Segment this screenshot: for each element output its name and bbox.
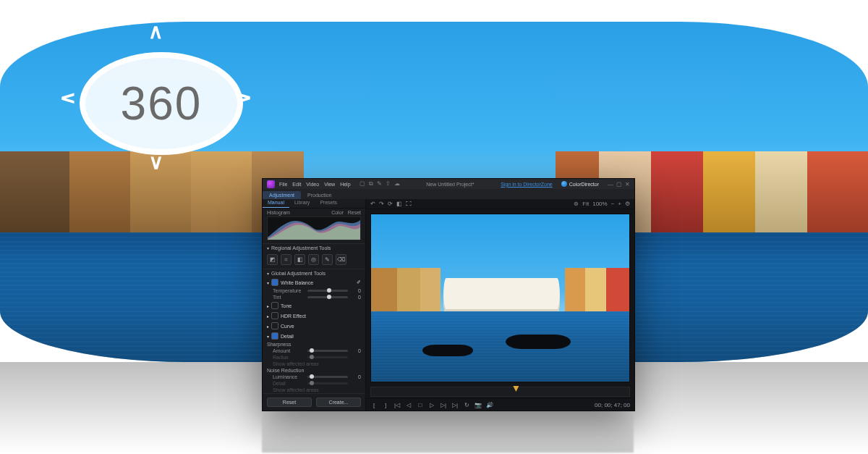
zoom-100[interactable]: 100% — [592, 201, 607, 207]
value-luminance: 0 — [351, 374, 361, 379]
left-tab-manual[interactable]: Manual — [263, 199, 289, 208]
caret-down-icon: ▾ — [267, 271, 269, 276]
caret-right-icon: ▸ — [267, 324, 269, 329]
checkbox-icon[interactable] — [271, 279, 278, 286]
reset-button[interactable]: Reset — [267, 398, 312, 407]
label-show-affected2: Show affected areas — [273, 387, 319, 392]
zoom-in-icon[interactable]: + — [618, 201, 621, 207]
preview-toolbar: ↶ ↷ ⟳ ◧ ⛶ ⊚ Fit 100% − + ⚙ — [366, 199, 634, 209]
badge-360-label: 360 — [121, 77, 203, 130]
histogram-color[interactable]: Color — [331, 210, 344, 215]
transport-bar: [ ] |◁ ◁ □ ▷ ▷| ▷| ↻ 📷 🔊 00; 00; 47; 00 — [366, 398, 634, 411]
section-tone[interactable]: ▸ Tone — [263, 300, 365, 311]
next-frame-icon[interactable]: ▷| — [440, 402, 447, 408]
menu-help[interactable]: Help — [340, 182, 350, 187]
checkbox-icon[interactable] — [271, 322, 278, 329]
prev-frame-icon[interactable]: ◁ — [405, 402, 412, 408]
label-temperature: Temperature — [273, 288, 305, 293]
mark-in-icon[interactable]: [ — [370, 402, 378, 408]
play-icon[interactable]: ▷ — [428, 402, 435, 408]
menu-view[interactable]: View — [324, 182, 335, 187]
tool-crop-icon[interactable]: ⌗ — [281, 254, 292, 265]
arrow-left-icon: ∧ — [57, 91, 77, 106]
tool-mask-icon[interactable]: ◩ — [267, 254, 278, 265]
section-hdr[interactable]: ▸ HDR Effect — [263, 311, 365, 321]
section-regional[interactable]: ▾ Regional Adjustment Tools — [263, 243, 365, 252]
tab-production[interactable]: Production — [301, 191, 338, 199]
preview-image[interactable] — [370, 214, 630, 382]
histogram-reset[interactable]: Reset — [348, 210, 361, 215]
timeline[interactable] — [370, 387, 630, 397]
label-radius: Radius — [273, 355, 305, 360]
zoom-out-icon[interactable]: − — [611, 201, 615, 207]
tool-brush-icon[interactable]: ✎ — [322, 254, 333, 265]
caret-right-icon: ▸ — [267, 303, 269, 308]
window-maximize-icon[interactable]: ▢ — [616, 181, 622, 188]
slider-amount[interactable] — [307, 350, 348, 352]
histogram — [267, 217, 361, 240]
window-minimize-icon[interactable]: — — [608, 181, 613, 188]
slider-tint[interactable] — [307, 296, 348, 298]
preview-pane: ↶ ↷ ⟳ ◧ ⛶ ⊚ Fit 100% − + ⚙ — [366, 199, 634, 411]
stop-icon[interactable]: □ — [417, 402, 424, 408]
slider-radius — [307, 356, 348, 358]
slider-luminance[interactable] — [307, 376, 348, 378]
toolbar-new-icon[interactable]: ▢ — [359, 180, 365, 188]
toolbar-export-icon[interactable]: ⇪ — [386, 180, 391, 188]
caret-down-icon: ▾ — [267, 280, 269, 285]
timecode: 00; 00; 47; 00 — [595, 402, 630, 408]
mark-out-icon[interactable]: ] — [382, 402, 389, 408]
undo-icon[interactable]: ↶ — [370, 201, 375, 207]
zoom-fit[interactable]: Fit — [582, 201, 589, 207]
arrow-up-icon: ∧ — [148, 22, 163, 42]
left-tab-presets[interactable]: Presets — [315, 199, 342, 208]
label-show-affected: Show affected areas — [273, 361, 319, 366]
label-noise-reduction: Noise Reduction — [263, 367, 365, 374]
left-tab-library[interactable]: Library — [289, 199, 315, 208]
create-button[interactable]: Create... — [316, 398, 361, 407]
section-white-balance[interactable]: ▾ White Balance ✐ — [263, 277, 365, 287]
left-panel: Manual Library Presets Histogram Color R… — [263, 199, 366, 411]
label-detail2: Detail — [273, 381, 305, 386]
playhead-icon[interactable] — [513, 386, 519, 392]
menu-file[interactable]: File — [279, 182, 287, 187]
value-tint: 0 — [351, 295, 361, 300]
brand-label: ColorDirector — [561, 181, 599, 187]
caret-down-icon: ▾ — [267, 334, 269, 339]
redo-icon[interactable]: ↷ — [379, 201, 384, 207]
snapshot-icon[interactable]: 📷 — [475, 402, 482, 408]
volume-icon[interactable]: 🔊 — [486, 402, 493, 408]
goto-start-icon[interactable]: |◁ — [393, 402, 401, 408]
loop-icon[interactable]: ↻ — [463, 402, 470, 408]
slider-temperature[interactable] — [307, 290, 348, 292]
section-detail[interactable]: ▾ Detail — [263, 331, 365, 341]
toolbar-cloud-icon[interactable]: ☁ — [394, 180, 400, 188]
checkbox-icon[interactable] — [271, 332, 278, 340]
settings-icon[interactable]: ⚙ — [625, 201, 630, 207]
tool-eraser-icon[interactable]: ⌫ — [336, 254, 346, 265]
mode-bar: Adjustment Production — [263, 189, 634, 199]
signin-link[interactable]: Sign in to DirectorZone — [501, 182, 553, 187]
checkbox-icon[interactable] — [271, 312, 278, 319]
main-menu: File Edit Video View Help — [279, 182, 351, 187]
section-curve[interactable]: ▸ Curve — [263, 321, 365, 331]
compare-icon[interactable]: ◧ — [396, 201, 402, 207]
toolbar-open-icon[interactable]: ⧉ — [369, 180, 373, 188]
rotate-icon[interactable]: ⟳ — [388, 201, 393, 207]
goto-end-icon[interactable]: ▷| — [451, 402, 459, 408]
tool-radial-icon[interactable]: ◎ — [308, 254, 319, 265]
arrow-down-icon: ∧ — [148, 154, 163, 174]
caret-right-icon: ▸ — [267, 314, 269, 319]
view-360-icon[interactable]: ⊚ — [574, 201, 579, 207]
label-tint: Tint — [273, 295, 305, 300]
eyedropper-icon[interactable]: ✐ — [357, 279, 361, 285]
menu-video[interactable]: Video — [306, 182, 319, 187]
fullscreen-icon[interactable]: ⛶ — [406, 201, 412, 207]
section-global[interactable]: ▾ Global Adjustment Tools — [263, 269, 365, 277]
toolbar-save-icon[interactable]: ✎ — [377, 180, 382, 188]
checkbox-icon[interactable] — [271, 302, 278, 309]
window-close-icon[interactable]: ✕ — [625, 181, 630, 188]
tab-adjustment[interactable]: Adjustment — [263, 191, 301, 199]
menu-edit[interactable]: Edit — [292, 182, 301, 187]
tool-gradient-icon[interactable]: ◧ — [294, 254, 305, 265]
